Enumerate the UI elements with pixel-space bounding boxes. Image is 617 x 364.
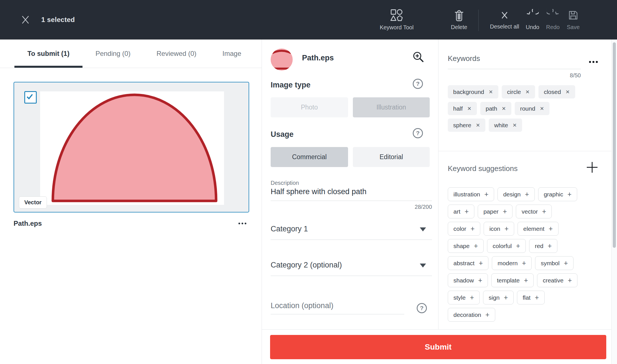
- remove-keyword-icon[interactable]: ✕: [467, 106, 472, 112]
- add-keyword-icon[interactable]: +: [505, 225, 509, 233]
- location-input[interactable]: Location (optional): [271, 301, 333, 310]
- add-keyword-icon[interactable]: +: [542, 207, 546, 216]
- suggestion-chip[interactable]: template+: [491, 273, 534, 287]
- add-keyword-icon[interactable]: +: [465, 207, 469, 216]
- asset-card[interactable]: Vector: [14, 82, 249, 212]
- add-keyword-icon[interactable]: +: [479, 259, 483, 267]
- suggestion-chip-label: style: [453, 294, 466, 301]
- tab-images[interactable]: Image: [209, 40, 254, 68]
- scrollbar-thumb[interactable]: [613, 42, 616, 248]
- remove-keyword-icon[interactable]: ✕: [502, 106, 506, 112]
- usage-heading: Usage: [271, 130, 294, 139]
- half-sphere-image: [40, 91, 224, 205]
- suggestion-chip[interactable]: illustration+: [448, 187, 494, 201]
- redo-button[interactable]: Redo: [542, 0, 563, 40]
- location-help-icon[interactable]: ?: [417, 303, 427, 313]
- add-keyword-icon[interactable]: +: [568, 276, 572, 284]
- remove-keyword-icon[interactable]: ✕: [566, 89, 570, 95]
- suggestion-chip[interactable]: creative+: [537, 273, 577, 287]
- page-scrollbar[interactable]: [611, 40, 617, 364]
- suggestion-chip[interactable]: modern+: [492, 256, 532, 270]
- suggestion-chip[interactable]: style+: [448, 291, 480, 304]
- suggestion-chip[interactable]: vector+: [516, 205, 552, 218]
- suggestion-chip[interactable]: red+: [529, 239, 557, 253]
- description-input[interactable]: Half sphere with closed path: [271, 187, 366, 196]
- undo-button[interactable]: Undo: [522, 0, 543, 40]
- asset-menu-button[interactable]: [237, 221, 248, 226]
- add-keyword-icon[interactable]: +: [564, 259, 568, 267]
- save-button[interactable]: Save: [563, 0, 584, 40]
- zoom-preview-button[interactable]: [412, 51, 425, 64]
- add-keyword-icon[interactable]: +: [548, 242, 552, 250]
- usage-help-icon[interactable]: ?: [413, 128, 423, 138]
- add-keyword-icon[interactable]: +: [504, 293, 508, 302]
- suggestion-chip[interactable]: colorful+: [487, 239, 526, 253]
- add-keyword-icon[interactable]: +: [470, 293, 474, 302]
- image-type-option-photo[interactable]: Photo: [271, 97, 348, 117]
- asset-checkbox[interactable]: [24, 91, 37, 104]
- image-type-heading: Image type: [271, 81, 310, 89]
- add-keyword-icon[interactable]: +: [485, 311, 490, 319]
- remove-keyword-icon[interactable]: ✕: [512, 122, 517, 128]
- suggestion-chip[interactable]: icon+: [484, 222, 514, 236]
- image-type-help-icon[interactable]: ?: [413, 79, 423, 89]
- suggestion-chip-label: colorful: [493, 243, 512, 249]
- add-keyword-icon[interactable]: +: [474, 242, 478, 250]
- close-selection-button[interactable]: [20, 14, 31, 25]
- deselect-all-button[interactable]: Deselect all: [485, 0, 524, 40]
- remove-keyword-icon[interactable]: ✕: [525, 89, 530, 95]
- chip-row: style+sign+flat+: [448, 291, 606, 304]
- chevron-down-icon[interactable]: [420, 227, 426, 231]
- delete-button[interactable]: Delete: [446, 0, 472, 40]
- chip-row: color+icon+element+: [448, 222, 606, 236]
- keywords-menu-button[interactable]: [587, 59, 599, 65]
- suggestion-chip[interactable]: design+: [497, 187, 535, 201]
- ellipsis-icon: [238, 223, 240, 224]
- remove-keyword-icon[interactable]: ✕: [540, 106, 544, 112]
- add-keyword-icon[interactable]: +: [471, 225, 475, 233]
- gallery-tabs: To submit (1) Pending (0) Reviewed (0) I…: [0, 40, 262, 68]
- submit-footer: Submit: [262, 329, 611, 364]
- suggestion-chip[interactable]: paper+: [478, 205, 512, 218]
- add-keyword-icon[interactable]: +: [478, 276, 482, 284]
- suggestion-chip[interactable]: element+: [518, 222, 558, 236]
- suggestion-chip[interactable]: art+: [448, 205, 474, 218]
- suggestion-chip[interactable]: graphic+: [538, 187, 577, 201]
- add-keyword-icon[interactable]: +: [522, 259, 526, 267]
- usage-option-editorial[interactable]: Editorial: [353, 147, 430, 167]
- add-keyword-icon[interactable]: +: [516, 242, 520, 250]
- remove-keyword-icon[interactable]: ✕: [489, 89, 493, 95]
- keyword-tool-button[interactable]: Keyword Tool: [377, 0, 416, 40]
- tab-reviewed[interactable]: Reviewed (0): [144, 40, 209, 68]
- suggestion-chip[interactable]: color+: [448, 222, 480, 236]
- add-keyword-icon[interactable]: +: [524, 276, 528, 284]
- asset-filename: Path.eps: [14, 220, 42, 227]
- top-toolbar: 1 selected Keyword Tool: [0, 0, 617, 40]
- category2-dropdown[interactable]: Category 2 (optional): [271, 261, 342, 269]
- suggestion-chip-label: decoration: [453, 312, 481, 318]
- add-all-suggestions-button[interactable]: [586, 161, 599, 175]
- suggestion-chip[interactable]: shadow+: [448, 273, 488, 287]
- usage-option-commercial[interactable]: Commercial: [271, 147, 348, 167]
- suggestion-chip[interactable]: abstract+: [448, 256, 488, 270]
- add-keyword-icon[interactable]: +: [549, 225, 553, 233]
- keyword-tool-label: Keyword Tool: [380, 24, 414, 31]
- image-type-option-illustration[interactable]: Illustration: [353, 97, 430, 117]
- suggestion-chip[interactable]: decoration+: [448, 308, 495, 322]
- add-keyword-icon[interactable]: +: [535, 293, 539, 302]
- add-keyword-icon[interactable]: +: [503, 207, 507, 216]
- tab-pending[interactable]: Pending (0): [82, 40, 144, 68]
- add-keyword-icon[interactable]: +: [568, 190, 572, 198]
- remove-keyword-icon[interactable]: ✕: [476, 122, 480, 128]
- tab-to-submit[interactable]: To submit (1): [14, 40, 82, 68]
- submit-button[interactable]: Submit: [270, 335, 606, 359]
- gallery-panel: To submit (1) Pending (0) Reviewed (0) I…: [0, 40, 262, 364]
- chevron-down-icon[interactable]: [420, 264, 426, 267]
- suggestion-chip[interactable]: flat+: [517, 291, 545, 304]
- suggestion-chip[interactable]: sign+: [483, 291, 514, 304]
- add-keyword-icon[interactable]: +: [525, 190, 529, 198]
- suggestion-chip[interactable]: shape+: [448, 239, 484, 253]
- suggestion-chip[interactable]: symbol+: [535, 256, 573, 270]
- add-keyword-icon[interactable]: +: [485, 190, 489, 198]
- category1-dropdown[interactable]: Category 1: [271, 225, 308, 233]
